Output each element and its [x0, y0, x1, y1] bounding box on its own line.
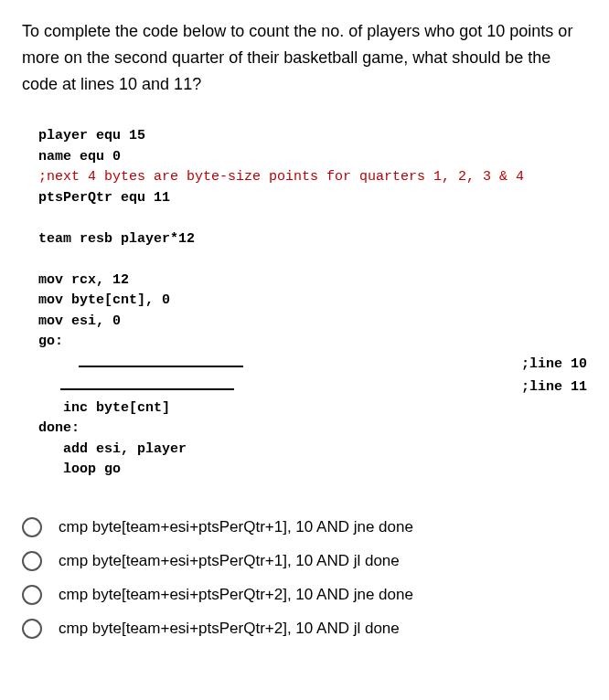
- code-line: go:: [38, 332, 587, 353]
- radio-icon: [22, 585, 42, 605]
- option-d[interactable]: cmp byte[team+esi+ptsPerQtr+2], 10 AND j…: [22, 619, 587, 639]
- radio-icon: [22, 551, 42, 571]
- radio-icon: [22, 517, 42, 537]
- code-comment: ;next 4 bytes are byte-size points for q…: [38, 167, 587, 188]
- question-text: To complete the code below to count the …: [22, 18, 587, 97]
- option-text: cmp byte[team+esi+ptsPerQtr+2], 10 AND j…: [59, 620, 400, 638]
- option-text: cmp byte[team+esi+ptsPerQtr+2], 10 AND j…: [59, 586, 413, 604]
- line-10-label: ;line 10: [466, 355, 587, 376]
- code-line: inc byte[cnt]: [38, 398, 587, 419]
- code-blank-line: [38, 249, 587, 270]
- code-line: add esi, player: [38, 440, 587, 461]
- code-line: mov esi, 0: [38, 312, 587, 333]
- option-b[interactable]: cmp byte[team+esi+ptsPerQtr+1], 10 AND j…: [22, 551, 587, 571]
- option-text: cmp byte[team+esi+ptsPerQtr+1], 10 AND j…: [59, 518, 413, 536]
- code-line: team resb player*12: [38, 229, 587, 250]
- line-11-label: ;line 11: [466, 377, 587, 398]
- code-line: player equ 15: [38, 126, 587, 147]
- option-text: cmp byte[team+esi+ptsPerQtr+1], 10 AND j…: [59, 552, 400, 570]
- code-blank-line: [38, 208, 587, 229]
- options-list: cmp byte[team+esi+ptsPerQtr+1], 10 AND j…: [22, 517, 587, 639]
- code-block: player equ 15 name equ 0 ;next 4 bytes a…: [22, 126, 587, 481]
- code-line: name equ 0: [38, 147, 587, 168]
- code-line: done:: [38, 419, 587, 440]
- option-a[interactable]: cmp byte[team+esi+ptsPerQtr+1], 10 AND j…: [22, 517, 587, 537]
- radio-icon: [22, 619, 42, 639]
- blank-row-11: ;line 11: [38, 376, 587, 398]
- code-line: loop go: [38, 460, 587, 481]
- blank-line-11: [60, 376, 234, 391]
- blank-row-10: ;line 10: [38, 353, 587, 376]
- option-c[interactable]: cmp byte[team+esi+ptsPerQtr+2], 10 AND j…: [22, 585, 587, 605]
- code-line: mov byte[cnt], 0: [38, 291, 587, 312]
- blank-line-10: [79, 353, 243, 368]
- code-line: ptsPerQtr equ 11: [38, 188, 587, 209]
- code-line: mov rcx, 12: [38, 270, 587, 292]
